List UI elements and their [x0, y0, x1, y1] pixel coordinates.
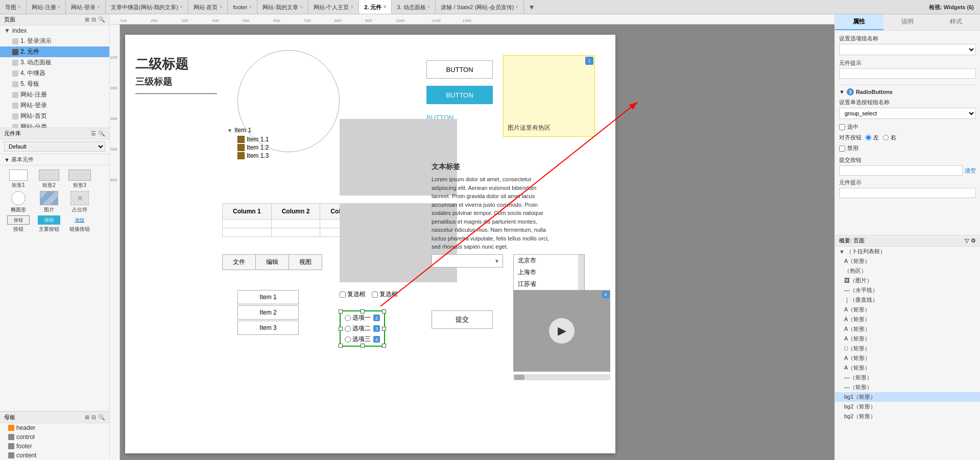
overview-item-2[interactable]: A（矩形）: [835, 256, 980, 266]
dropdown-widget[interactable]: ▼: [432, 254, 503, 268]
tab-login[interactable]: 网站-登录 ×: [66, 0, 106, 14]
overview-item-8[interactable]: A（矩形）: [835, 314, 980, 324]
radio1-item[interactable]: 选项一 2: [345, 313, 380, 322]
listbox-item-3[interactable]: 江苏省: [514, 278, 578, 290]
overview-item-1[interactable]: ▼ （卜拉列表框）: [835, 247, 980, 256]
page-7[interactable]: 网站-登录: [0, 100, 109, 111]
overview-item-11[interactable]: □（矩形）: [835, 344, 980, 353]
tab-home-close[interactable]: ×: [219, 0, 222, 14]
master-content[interactable]: content: [0, 451, 109, 460]
play-icon[interactable]: ▶: [549, 318, 575, 344]
comp-rect3[interactable]: 矩形3: [65, 170, 94, 189]
list-item-3[interactable]: Item 3: [237, 321, 299, 335]
tree-collapse-icon[interactable]: ▼: [227, 128, 232, 133]
listbox-item-1[interactable]: 北京市: [514, 255, 578, 267]
radio1-input[interactable]: [345, 315, 351, 321]
overview-item-9[interactable]: A（矩形）: [835, 324, 980, 334]
listbox-item-2[interactable]: 上海市: [514, 267, 578, 278]
tab-footer-close[interactable]: ×: [249, 0, 252, 14]
comp-circle[interactable]: 椭圆形: [4, 191, 33, 213]
tab-dynamic[interactable]: 3. 动态面板 ×: [392, 0, 436, 14]
canvas-page[interactable]: 二级标题 三级标题 BUTTON: [125, 35, 615, 453]
page-5[interactable]: 5. 母板: [0, 79, 109, 89]
align-left-radio[interactable]: [866, 135, 871, 140]
overview-item-3[interactable]: （热区）: [835, 266, 980, 276]
radio2-item[interactable]: 选项二 3: [345, 324, 380, 333]
page-6[interactable]: 网站-注册: [0, 89, 109, 100]
tab-description[interactable]: 说明: [883, 14, 932, 30]
overview-item-4[interactable]: 🖼（图片）: [835, 276, 980, 285]
scrollbar-h[interactable]: [513, 374, 610, 380]
overview-item-6[interactable]: ｜（垂直线）: [835, 295, 980, 305]
master-control[interactable]: control: [0, 432, 109, 442]
section-collapse-icon[interactable]: ▼: [839, 89, 845, 95]
overview-item-16[interactable]: bg1（矩形）: [835, 392, 980, 402]
tab-add[interactable]: ▼: [524, 0, 539, 14]
submit-prop-input[interactable]: [839, 165, 963, 176]
list-item-1[interactable]: Item 1: [237, 290, 299, 304]
selected-checkbox[interactable]: [839, 124, 845, 130]
comp-btn-link[interactable]: 按钮 链接按钮: [65, 215, 94, 233]
overview-item-5[interactable]: —（水平线）: [835, 285, 980, 295]
tab-footer[interactable]: footer ×: [228, 0, 257, 14]
tab-properties[interactable]: 属性: [835, 14, 883, 30]
disabled-checkbox[interactable]: [839, 146, 845, 152]
overview-settings-icon[interactable]: ⚙: [971, 237, 976, 244]
overview-item-12[interactable]: A（矩形）: [835, 353, 980, 363]
overview-filter-icon[interactable]: ▽: [965, 237, 969, 244]
page-2[interactable]: 2. 元件: [0, 46, 109, 57]
tab-widgets-close[interactable]: ×: [383, 0, 386, 14]
listbox-widget[interactable]: 北京市 上海市 江苏省: [513, 254, 585, 295]
checkbox2-item[interactable]: 复选框: [372, 290, 398, 299]
masters-folder-icon[interactable]: ⊟: [91, 414, 96, 421]
image-hotzone-widget[interactable]: 1 图片这里有热区: [503, 55, 595, 137]
radio3-input[interactable]: [345, 336, 351, 343]
comp-image[interactable]: 图片: [35, 191, 63, 213]
page-9[interactable]: 网站-分类: [0, 122, 109, 128]
comp-rect1[interactable]: 矩形1: [4, 170, 33, 189]
overview-item-10[interactable]: A（矩形）: [835, 334, 980, 344]
submit-btn-widget[interactable]: 提交: [432, 310, 493, 329]
video-widget[interactable]: ▶ 6: [513, 290, 610, 372]
checkbox1-item[interactable]: 复选框: [340, 290, 366, 299]
comp-btn-primary[interactable]: 按钮 主要按钮: [35, 215, 63, 233]
comp-menu-icon[interactable]: ☰: [91, 130, 96, 137]
widget-hint2-input[interactable]: [839, 188, 976, 198]
radio-group-name-select[interactable]: group_select: [839, 108, 976, 119]
pages-add-icon[interactable]: ⊞: [85, 16, 89, 23]
widget-hint-input[interactable]: [839, 68, 976, 79]
page-3[interactable]: 3. 动态面板: [0, 57, 109, 68]
overview-item-14[interactable]: —（矩形）: [835, 373, 980, 382]
tab-mindmap-close[interactable]: ×: [18, 0, 21, 14]
canvas-scroll[interactable]: 200 300 400 500 600 二级标题 三级标题: [110, 25, 834, 460]
overview-item-7[interactable]: A（矩形）: [835, 305, 980, 314]
masters-search-icon[interactable]: 🔍: [98, 414, 105, 421]
menu-view[interactable]: 视图: [289, 254, 322, 270]
tab-mindmap[interactable]: 导图 ×: [0, 0, 27, 14]
tab-home[interactable]: 网站-首页 ×: [188, 0, 228, 14]
overview-item-17[interactable]: bg2（矩形）: [835, 402, 980, 411]
tab-myarticle-close[interactable]: ×: [300, 0, 303, 14]
library-dropdown[interactable]: Default: [4, 141, 105, 152]
comp-search-icon[interactable]: 🔍: [98, 130, 105, 137]
radio3-item[interactable]: 选项三 4: [345, 335, 380, 344]
pages-search-icon[interactable]: 🔍: [98, 16, 105, 23]
button2-widget[interactable]: BUTTON: [426, 86, 493, 104]
tab-article[interactable]: 文章中继器(网站-我的文章) ×: [106, 0, 188, 14]
page-1[interactable]: 1. 登录演示: [0, 36, 109, 46]
overview-item-18[interactable]: bg2（矩形）: [835, 411, 980, 421]
menu-file[interactable]: 文件: [222, 254, 255, 270]
checkbox1-input[interactable]: [340, 292, 346, 298]
page-8[interactable]: 网站-首页: [0, 111, 109, 122]
tab-myarticle[interactable]: 网站-我的文章 ×: [257, 0, 308, 14]
list-item-2[interactable]: Item 2: [237, 305, 299, 320]
page-index[interactable]: ▼ index: [0, 26, 109, 36]
group-name-select[interactable]: [839, 44, 976, 55]
pages-folder-icon[interactable]: ⊟: [91, 16, 96, 23]
tab-scroll[interactable]: 滚轴 / State2 (网站-会员宣传) ×: [436, 0, 524, 14]
button1-widget[interactable]: BUTTON: [426, 60, 493, 79]
clear-btn[interactable]: 清空: [965, 167, 976, 175]
tab-profile[interactable]: 网站-个人主页 ×: [308, 0, 360, 14]
tab-register-close[interactable]: ×: [58, 0, 61, 14]
masters-add-icon[interactable]: ⊞: [85, 414, 89, 421]
